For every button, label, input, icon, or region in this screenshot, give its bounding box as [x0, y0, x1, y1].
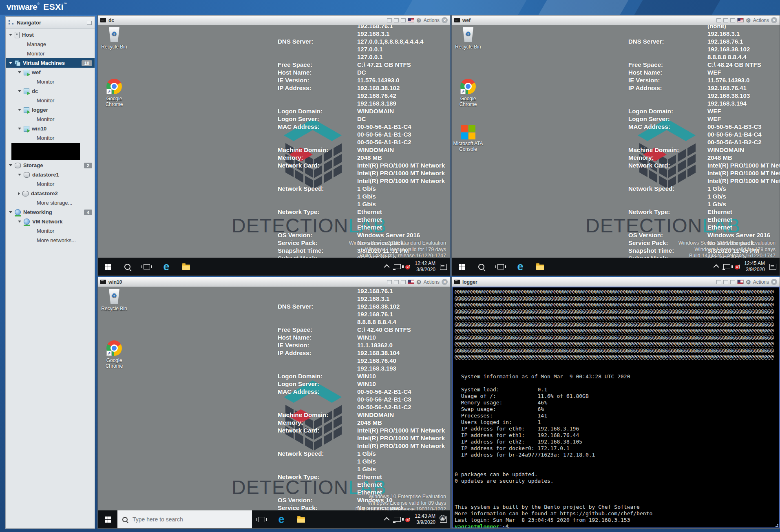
sidebar-item-monitor[interactable]: Monitor: [6, 179, 95, 189]
edge-button[interactable]: e: [272, 510, 291, 528]
window-size-icon[interactable]: [723, 18, 728, 22]
logger-terminal[interactable]: @@@@@@@@@@@@@@@@@@@@@@@@@@@@@@@@@@@@@@@@…: [452, 287, 780, 528]
search-button[interactable]: [117, 258, 137, 276]
sidebar-item-manage[interactable]: Manage: [6, 40, 95, 49]
desktop-icon-recycle-bin[interactable]: Recycle Bin: [98, 288, 130, 311]
window-size-icon[interactable]: [716, 280, 721, 284]
window-titlebar-win10[interactable]: win10 ⚙ Actions ✕: [98, 277, 450, 287]
caret-down-icon[interactable]: [18, 221, 21, 223]
sidebar-item-more-storage[interactable]: More storage...: [6, 198, 95, 208]
caret-down-icon[interactable]: [18, 109, 21, 111]
sidebar-item-wef[interactable]: wef: [6, 68, 95, 77]
gear-icon[interactable]: ⚙: [416, 279, 422, 285]
gear-icon[interactable]: ⚙: [416, 18, 422, 23]
caret-down-icon[interactable]: [18, 71, 21, 73]
sidebar-item-dc[interactable]: dc: [6, 86, 95, 96]
sidebar-item-datastore1[interactable]: datastore1: [6, 170, 95, 179]
sidebar-item-monitor[interactable]: Monitor: [6, 96, 95, 105]
keyboard-flag-icon[interactable]: [408, 280, 414, 284]
window-size-icon[interactable]: [730, 18, 735, 22]
network-tray-icon[interactable]: [723, 264, 730, 269]
internet-explorer-button[interactable]: e: [510, 258, 530, 276]
window-size-icon[interactable]: [387, 18, 392, 22]
search-button[interactable]: [471, 258, 491, 276]
caret-down-icon[interactable]: [18, 174, 21, 176]
tray-chevron-icon[interactable]: [714, 264, 719, 270]
task-view-button[interactable]: [491, 258, 510, 276]
caret-down-icon[interactable]: [9, 211, 12, 213]
actions-button[interactable]: Actions: [753, 279, 769, 285]
sidebar-item-monitor[interactable]: Monitor: [6, 226, 95, 236]
network-tray-icon[interactable]: [394, 264, 401, 269]
task-view-button[interactable]: [252, 510, 272, 528]
actions-button[interactable]: Actions: [753, 18, 769, 23]
window-size-icon[interactable]: [394, 280, 399, 284]
window-size-icon[interactable]: [401, 18, 406, 22]
caret-right-icon[interactable]: [18, 192, 20, 195]
search-input[interactable]: [132, 516, 231, 523]
internet-explorer-button[interactable]: e: [157, 258, 176, 276]
window-size-icon[interactable]: [394, 18, 399, 22]
taskbar-clock[interactable]: 12:42 AM3/9/2020: [415, 260, 435, 273]
close-icon[interactable]: ✕: [442, 17, 448, 23]
vm-desktop-wef[interactable]: DETECTIONLAB Recycle Bin↗Google ChromeMi…: [452, 25, 780, 258]
sidebar-item-datastore2[interactable]: datastore2: [6, 189, 95, 198]
gear-icon[interactable]: ⚙: [746, 18, 751, 23]
sidebar-item-monitor[interactable]: Monitor: [6, 77, 95, 86]
action-center-icon[interactable]: 6: [440, 517, 447, 523]
desktop-icon-google-chrome[interactable]: ↗Google Chrome: [98, 78, 130, 107]
volume-muted-icon[interactable]: ✕: [736, 265, 740, 269]
caret-down-icon[interactable]: [18, 128, 21, 130]
vm-desktop-win10[interactable]: DETECTIONLAB Recycle Bin↗Google Chrome 1…: [98, 287, 450, 510]
window-size-icon[interactable]: [723, 280, 728, 284]
caret-down-icon[interactable]: [9, 164, 12, 166]
tray-chevron-icon[interactable]: [384, 517, 390, 523]
start-button[interactable]: [98, 258, 117, 276]
close-icon[interactable]: ✕: [771, 279, 777, 285]
desktop-icon-google-chrome[interactable]: ↗Google Chrome: [452, 78, 484, 107]
sidebar-item-logger[interactable]: logger: [6, 105, 95, 115]
sidebar-item-virtual-machines[interactable]: Virtual Machines10: [6, 58, 95, 68]
caret-down-icon[interactable]: [9, 34, 12, 36]
panel-pin-icon[interactable]: [87, 21, 92, 25]
resize-grip[interactable]: [774, 523, 778, 527]
file-explorer-button[interactable]: [291, 510, 311, 528]
taskbar-clock[interactable]: 12:45 AM3/9/2020: [744, 260, 765, 273]
window-titlebar-wef[interactable]: wef ⚙ Actions ✕: [452, 15, 780, 25]
volume-muted-icon[interactable]: ✕: [407, 517, 410, 521]
sidebar-item-monitor[interactable]: Monitor: [6, 115, 95, 124]
sidebar-item-networking[interactable]: Networking4: [6, 208, 95, 217]
desktop-icon-recycle-bin[interactable]: Recycle Bin: [452, 26, 484, 50]
start-button[interactable]: [452, 258, 471, 276]
window-size-icon[interactable]: [387, 280, 392, 284]
desktop-icon-google-chrome[interactable]: ↗Google Chrome: [98, 340, 130, 369]
keyboard-flag-icon[interactable]: [408, 18, 414, 22]
actions-button[interactable]: Actions: [424, 279, 440, 285]
start-button[interactable]: [98, 510, 117, 528]
caret-down-icon[interactable]: [18, 90, 21, 92]
actions-button[interactable]: Actions: [424, 18, 440, 23]
file-explorer-button[interactable]: [176, 258, 196, 276]
gear-icon[interactable]: ⚙: [746, 279, 751, 285]
window-size-icon[interactable]: [401, 280, 406, 284]
window-size-icon[interactable]: [716, 18, 721, 22]
file-explorer-button[interactable]: [530, 258, 550, 276]
sidebar-item-win10[interactable]: win10: [6, 124, 95, 133]
sidebar-item-vm-network[interactable]: VM Network: [6, 217, 95, 226]
action-center-icon[interactable]: [440, 264, 447, 270]
desktop-icon-ms-ata[interactable]: Microsoft ATA Console: [452, 124, 484, 152]
window-titlebar-dc[interactable]: dc ⚙ Actions ✕: [98, 15, 450, 25]
taskbar-search-box[interactable]: [117, 510, 252, 528]
sidebar-item-more-networks[interactable]: More networks...: [6, 236, 95, 245]
vm-desktop-dc[interactable]: DETECTIONLAB Recycle Bin↗Google Chrome 1…: [98, 25, 450, 258]
keyboard-flag-icon[interactable]: [737, 18, 744, 22]
desktop-icon-recycle-bin[interactable]: Recycle Bin: [98, 26, 130, 50]
sidebar-item-storage[interactable]: Storage2: [6, 161, 95, 170]
volume-muted-icon[interactable]: ✕: [407, 265, 410, 269]
close-icon[interactable]: ✕: [771, 17, 777, 23]
sidebar-item-monitor[interactable]: Monitor: [6, 133, 95, 143]
task-view-button[interactable]: [137, 258, 157, 276]
network-tray-icon[interactable]: [394, 517, 401, 522]
sidebar-item-host[interactable]: Host: [6, 30, 95, 40]
sidebar-item-monitor[interactable]: Monitor: [6, 49, 95, 58]
